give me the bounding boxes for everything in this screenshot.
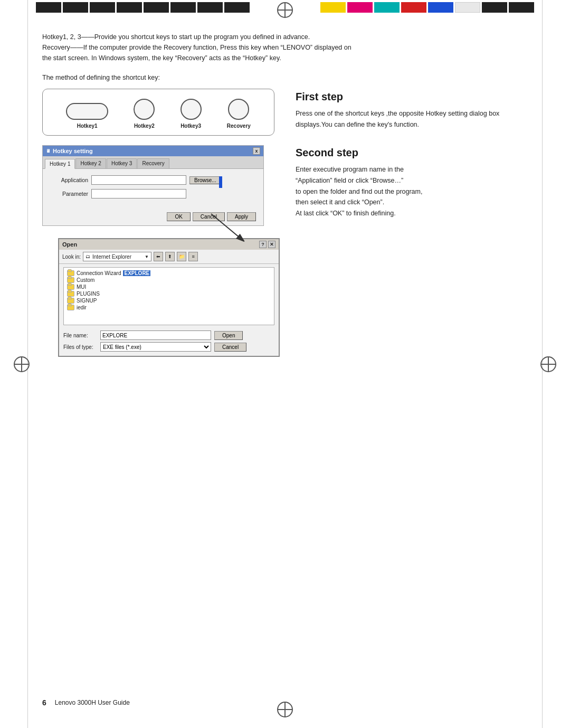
toolbar-view-btn[interactable]: ≡ (188, 252, 198, 261)
filetype-select[interactable]: EXE files (*.exe) (100, 342, 211, 352)
intro-line3: the start screen. In Windows system, the… (42, 53, 454, 63)
application-input[interactable] (91, 175, 186, 185)
hotkey-dialog-title: 🖥 Hotkey setting (46, 148, 93, 154)
folder-icon-4 (67, 291, 74, 297)
key-recovery: Recovery (227, 99, 251, 129)
intro-line2: Recovery——If the computer provide the Re… (42, 42, 454, 53)
hotkey-setting-dialog[interactable]: 🖥 Hotkey setting x Hotkey 1 Hotkey 2 Hot… (42, 145, 264, 226)
look-in-select[interactable]: 🗂 Internet Explorer ▼ (83, 252, 151, 261)
key-shape-hotkey2 (134, 99, 155, 120)
filetype-label: Files of type: (63, 344, 97, 350)
second-step-section: Second step Enter executive program name… (296, 147, 528, 219)
cancel-btn-open[interactable]: Cancel (214, 343, 246, 352)
second-step-line3: to open the folder and find out the prog… (296, 188, 422, 195)
key-label-recovery: Recovery (227, 123, 251, 129)
folder-icon-5 (67, 298, 74, 304)
open-dialog-close-btn[interactable]: ✕ (268, 241, 276, 248)
key-label-hotkey3: Hotkey3 (180, 123, 201, 129)
folder-icon-3 (67, 284, 74, 290)
dialog-area: 🖥 Hotkey setting x Hotkey 1 Hotkey 2 Hot… (42, 145, 274, 226)
open-dialog-help-btn[interactable]: ? (259, 241, 267, 248)
second-step-line2: “Application” field or click “Browse…” (296, 177, 403, 184)
key-hotkey1: Hotkey1 (66, 103, 108, 129)
filename-label: File name: (63, 333, 97, 338)
look-in-value: Internet Explorer (92, 254, 131, 260)
tab-hotkey3[interactable]: Hotkey 3 (107, 158, 137, 168)
folder-icon-1 (67, 270, 74, 276)
open-file-dialog[interactable]: Open ? ✕ Look in: 🗂 Internet Explorer ▼ (58, 238, 280, 357)
look-in-label: Look in: (62, 254, 81, 260)
hotkey-dialog-body: Application Browse... Parameter (43, 169, 263, 209)
first-step-text: Press one of the shortcut keys ,the oppo… (296, 108, 528, 130)
first-step-heading: First step (296, 91, 528, 103)
key-shape-hotkey3 (180, 99, 202, 120)
file-item-iedir[interactable]: iedir (66, 304, 272, 311)
right-column: First step Press one of the shortcut key… (296, 89, 528, 226)
open-btn[interactable]: Open (214, 331, 243, 340)
crosshair-right-middle (540, 356, 556, 372)
key-hotkey3: Hotkey3 (180, 99, 202, 129)
file-item-connectionwizard[interactable]: Connection Wizard EXPLORE (66, 270, 272, 277)
second-step-line1: Enter executive program name in the (296, 166, 404, 173)
second-step-text: Enter executive program name in the “App… (296, 164, 528, 219)
footer: 6 Lenovo 3000H User Guide (42, 698, 528, 707)
hotkey-dialog-titlebar: 🖥 Hotkey setting x (43, 146, 263, 156)
file-item-mui[interactable]: MUI (66, 283, 272, 290)
file-item-signup[interactable]: SIGNUP (66, 297, 272, 304)
file-item-custom[interactable]: Custom (66, 277, 272, 283)
second-step-line5: At last click “OK” to finish defining. (296, 210, 396, 217)
explore-highlight: EXPLORE (123, 270, 150, 276)
cancel-button-hotkey[interactable]: Cancel (193, 212, 225, 221)
left-column: Hotkey1 Hotkey2 Hotkey3 Recovery (42, 89, 274, 226)
tab-hotkey2[interactable]: Hotkey 2 (75, 158, 106, 168)
open-dialog-bottom: File name: Open Files of type: EXE files… (59, 328, 279, 356)
shortcut-method-label: The method of defining the shortcut key: (42, 74, 528, 81)
open-dialog-titlebar: Open ? ✕ (59, 239, 279, 250)
guide-text: Lenovo 3000H User Guide (55, 699, 130, 706)
hotkey-dialog-tabs: Hotkey 1 Hotkey 2 Hotkey 3 Recovery (43, 156, 263, 169)
filename-input[interactable] (100, 330, 211, 340)
two-column-layout: Hotkey1 Hotkey2 Hotkey3 Recovery (42, 89, 528, 226)
folder-icon-6 (67, 305, 74, 310)
folder-icon-2 (67, 277, 74, 283)
first-step-section: First step Press one of the shortcut key… (296, 91, 528, 130)
tab-hotkey1[interactable]: Hotkey 1 (45, 159, 75, 169)
key-label-hotkey2: Hotkey2 (134, 123, 155, 129)
file-list: Connection Wizard EXPLORE Custom MUI (63, 267, 274, 325)
parameter-input[interactable] (91, 189, 186, 198)
intro-text: Hotkey1, 2, 3——Provide you shortcut keys… (42, 32, 454, 63)
application-label: Application (50, 177, 88, 183)
filetype-row: Files of type: EXE files (*.exe) Cancel (63, 342, 274, 352)
key-shape-hotkey1 (66, 103, 108, 120)
file-item-plugins[interactable]: PLUGINS (66, 290, 272, 297)
open-dialog-title-text: Open (62, 241, 77, 248)
parameter-label: Parameter (50, 191, 88, 197)
page-number: 6 (42, 698, 46, 707)
hotkey-dialog-footer: OK Cancel Apply (43, 209, 263, 225)
main-content: Hotkey1, 2, 3——Provide you shortcut keys… (0, 0, 570, 258)
parameter-row: Parameter (50, 189, 256, 198)
tab-recovery[interactable]: Recovery (137, 158, 169, 168)
apply-button[interactable]: Apply (227, 212, 256, 221)
keyboard-diagram: Hotkey1 Hotkey2 Hotkey3 Recovery (42, 89, 274, 136)
application-row: Application Browse... (50, 175, 256, 185)
filename-row: File name: Open (63, 330, 274, 340)
second-step-line4: then select it and click “Open”. (296, 198, 384, 206)
toolbar-folder-btn[interactable]: 📁 (177, 252, 186, 261)
key-label-hotkey1: Hotkey1 (77, 123, 98, 129)
ok-button[interactable]: OK (167, 212, 190, 221)
open-dialog-toolbar: Look in: 🗂 Internet Explorer ▼ ⬅ ⬆ 📁 ≡ (59, 250, 279, 264)
browse-button[interactable]: Browse... (189, 176, 221, 184)
second-step-heading: Second step (296, 147, 528, 159)
toolbar-back-btn[interactable]: ⬅ (154, 252, 163, 261)
crosshair-left-middle (14, 356, 30, 372)
hotkey-dialog-title-text: Hotkey setting (53, 148, 93, 154)
hotkey-dialog-close[interactable]: x (253, 147, 260, 155)
key-hotkey2: Hotkey2 (134, 99, 155, 129)
key-shape-recovery (228, 99, 249, 120)
intro-line1: Hotkey1, 2, 3——Provide you shortcut keys… (42, 32, 454, 42)
toolbar-up-btn[interactable]: ⬆ (165, 252, 175, 261)
